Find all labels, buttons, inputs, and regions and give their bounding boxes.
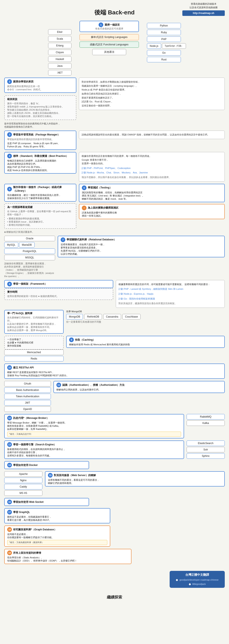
framework-other: 對於其他語言，建議尋找並找出適合你所選語言的框架。 xyxy=(118,302,222,306)
node-elixir: Elixir xyxy=(48,29,72,35)
caching-title: 快取（Caching） xyxy=(75,338,95,342)
docker-title: 學習如何使用 Docker xyxy=(13,464,38,467)
graphdb-section: 18 研究圖形資料庫*（Graph Database） 這同樣不是必要的， 但你… xyxy=(4,526,225,547)
node-haskell: Haskell xyxy=(48,56,72,62)
message-broker-box: 12 訊息代理*（Message Broker） 學習 Message Brok… xyxy=(4,414,184,438)
framework-options-box: 根據選專業和所選語言的不同，你可能需要或可能不需要框架。 這裡有幾種不同的選項：… xyxy=(116,280,225,308)
node-rabbitmq: RabbitMQ xyxy=(186,414,225,420)
auth-nodes: OAuth Basic Authentication Token Authent… xyxy=(4,381,51,412)
message-broker-details: 學習 Message Broker，瞭解「什麼」，並選擇一個使用。 雖然有很多選… xyxy=(7,421,181,431)
make-package-section: 5 製作和發佈一個套件（Package）或函式庫（Library） 現在繼續前進… xyxy=(4,184,76,234)
auth-details: 瞭解他們之間的差異，以及如何實作它們。 xyxy=(56,388,222,391)
search-list: ElasticSearch Solr Sphinx xyxy=(186,440,225,459)
pm-title: 學習套件管理系統（Package Manager） xyxy=(13,133,60,136)
node-php: PHP xyxy=(147,36,181,42)
framework-php: 計劃 PHP - Laravel 或 Symfony，細框架則類是 Slim 和… xyxy=(118,287,222,291)
node-dotnet: .NET xyxy=(48,70,72,76)
practical-test-title: 為上面的實際步驟撰寫測試 xyxy=(88,206,118,210)
other-box: 其他選項 xyxy=(92,49,126,55)
node-cassandra: Cassandra xyxy=(103,314,121,320)
standards-extra: 根據你所選擇的語言會有幾種不同的選擇，每一種都有不同的用途。 Google 查看… xyxy=(79,152,225,182)
search-engine-section: 13 學習一個搜尋引擎（Search Engine） 隨著應用程式的增長，在你資… xyxy=(4,440,184,459)
make-package-box: 5 製作和發佈一個套件（Package）或函式庫（Library） 現在繼續前進… xyxy=(4,184,76,202)
message-broker-nodes: RabbitMQ Kafka xyxy=(186,414,225,426)
contribute-box: 為一些開源專案做貢獻 在 GitHub 上選擇一些專案，並在專案中開一些 pul… xyxy=(4,203,76,229)
nosql-primary: 先學 MongoDB xyxy=(66,310,225,313)
make-package-details: 現在繼續前進，建立一個套件並發佈給其他人使用， 並確保僅供至少分方了解標準和最佳… xyxy=(7,194,73,200)
graphdb-details: 這同樣不是必要的， 但你應該要有一點概略它們提供了什麼功能。 xyxy=(7,533,107,539)
standards-final: 我沒不想聽你，所以我不會在此放任何推薦， 所以請多走走看看，找到適合你的選擇。 xyxy=(82,176,222,179)
scripting-box: 腳本式語言 Scripting Languages xyxy=(80,34,139,40)
badge-11: 11 xyxy=(56,383,61,387)
badge-10: 10 xyxy=(7,365,12,370)
learn-box: 2 購買你學習的東西 購買並使用你選擇的語言來一些 命令行（command li… xyxy=(4,78,76,93)
node-caddy: Caddy xyxy=(4,484,42,490)
db-extra-note: 請確保你有瀏覽測，選擇擁有最佳實踐， 此外對於資料庫，使用資料都需要指引（Ind… xyxy=(4,262,55,278)
framework-note-intro: 根據選專業和所選語言的不同，你可能需要或可能不需要框架。 這裡有幾種不同的選項： xyxy=(118,282,222,286)
package-helper-text: 套件管理系統幫助你在你的應用程式中載入外部組件， 也能協助你發佈自己的套件。 xyxy=(4,122,76,128)
all-things-details: 現在學習分析（Static Analysis）、 領域驅動設計（DDD）、簡單事… xyxy=(7,556,128,562)
node-openid: OpenID xyxy=(4,406,51,412)
all-things-box: 19 所有上面沒有提到的事情 現在學習分析（Static Analysis）、 … xyxy=(4,549,132,564)
top-right-info-text: 查看此路線圖的詳細版本 以及各式資源和其他路線圖 xyxy=(182,2,225,9)
badge-5: 5 xyxy=(7,187,12,192)
node-memcached: Memcached xyxy=(4,350,64,355)
framework-go: 計劃 Go - 我預向你使用框架來實踐 xyxy=(118,297,222,301)
badge-practical: ! xyxy=(82,206,86,210)
message-broker-note: *補充：又稱為訊息佇列 xyxy=(7,432,181,437)
practical-test-box: ! 為上面的實際步驟撰寫測試 試著為前面步驟中實作的實際任務 撰寫一些單元測試。 xyxy=(79,204,225,219)
standards-lang-note: 根據你所選擇的語言會有幾種不同的選擇，每一種都有不同的用途。 Google 查看… xyxy=(82,154,222,166)
node-typescript: TypeScript（可選） xyxy=(162,43,186,49)
roadmap-url[interactable]: http://roadmap.sh xyxy=(182,10,225,16)
webserver-title: 對頁面伺服器（Web Server）的瞭解 xyxy=(54,474,96,477)
functional-box: 函數式語言 Functional Languages xyxy=(80,42,139,48)
caching-once-box: 一旦你學會了， 在步驟 ● 中的應用程式裡 實作快取策略 xyxy=(4,336,64,350)
pm-details: 這是 PHP 的 composer、Node.js 的 npm 和 yarn、 … xyxy=(7,142,73,148)
example-line1: 拿取和儲存 reddit 上 /r/programming 版上文章的指令。 xyxy=(7,105,73,108)
caching-nodes: Memcached Redis xyxy=(4,350,64,362)
search-engine-box: 13 學習一個搜尋引擎（Search Engine） 隨著應用程式的增長，在你資… xyxy=(4,440,184,459)
security-note: 請務必閱讀有關說明安全的最佳實踐， 閱讀 OWASP 指南，並瞭解不同的安全問題… xyxy=(79,130,225,139)
taiwan-link2[interactable]: littlegoodjack xyxy=(192,583,206,585)
websocket-title: 學習如何使用 Web Socket xyxy=(13,500,44,504)
graphdb-title: 研究圖形資料庫*（Graph Database） xyxy=(13,528,56,532)
bottom-text: 繼續探索 xyxy=(4,594,225,600)
right-language-list: Python Ruby PHP Node.js TypeScript（可選） G… xyxy=(147,23,181,62)
taiwan-link1[interactable]: goodjack/developer-roadmap-chinese xyxy=(180,578,218,581)
example-title: 範例來說 xyxy=(7,98,73,101)
badge-3: 3 xyxy=(7,132,12,137)
badge-15: 15 xyxy=(48,473,52,478)
testing-section: 6 學習測試（Testing） 測試的類型有好幾種，但現在，先瞭解如何用你選擇的… xyxy=(79,184,225,219)
restful-details: 瞭解 REST 是甚麼並如何製作 RESTful API， 並確保 Roy Fi… xyxy=(7,371,222,377)
websocket-section: 16 學習如何使用 Web Socket xyxy=(4,498,225,506)
node-oracle: Oracle xyxy=(4,236,55,241)
make-package-title: 製作和發佈一個套件（Package）或函式庫（Library） xyxy=(13,186,73,193)
learn-explanation: 對於初學者而言，如果你才剛開始進入後端開發的領域， 我建議你先選擇一個腳本語言（… xyxy=(79,78,225,110)
contribute-line3: • 新增任何的額外功能。 xyxy=(7,224,73,226)
graphdb-note: *補充：又稱為圖資料庫（圖資料庫） xyxy=(7,540,107,545)
node-mysql: MySQL xyxy=(4,242,18,248)
badge-2: 2 xyxy=(7,79,12,84)
websocket-box: 16 學習如何使用 Web Socket xyxy=(4,498,89,506)
top-right-info-box: 查看此路線圖的詳細版本 以及各式資源和其他路線圖 http://roadmap.… xyxy=(182,2,225,16)
webserver-details: 這裡有幾種不同的選項，看看這是可不同的選項， 瞭解它們的適用和應用。 xyxy=(48,478,222,485)
caching-box: 9 快取（Caching） 瞭解如何使用 Redis 或 Memcached 實… xyxy=(66,336,225,348)
badge-17: 17 xyxy=(7,510,12,514)
graphql-title: 學習 GraphQL xyxy=(13,510,30,514)
node-rethinkdb: RethinkDB xyxy=(84,314,102,320)
learn-title: 購買你學習的東西 xyxy=(13,80,34,84)
left-language-list: Elixir Scala Erlang Clojure Haskell Java… xyxy=(48,29,72,76)
node-mariadb: MariaDB xyxy=(19,242,34,248)
practice-time-box: 實作時間 使用你選擇的框架寫一些你在 ● 做過的應用程式。 xyxy=(4,288,113,300)
all-things-section: 19 所有上面沒有提到的事情 現在學習分析（Static Analysis）、 … xyxy=(4,549,225,564)
node-ruby: Ruby xyxy=(147,30,181,35)
standards-box: 4 標準（Standard）和最佳實踐（Best Practice） 每種語言都… xyxy=(4,152,76,174)
broker-list: RabbitMQ Kafka xyxy=(186,414,225,426)
node-python: Python xyxy=(147,23,181,28)
docker-box: 14 學習如何使用 Docker xyxy=(4,461,89,469)
testing-details: 測試的類型有好幾種，但現在，先瞭解如何用你選擇的語言 撰寫 單元測試（Unit … xyxy=(82,191,222,200)
taiwan-section: 台灣正體中文翻譯 ◆ goodjack/developer-roadmap-ch… xyxy=(4,568,225,591)
node-elasticsearch: ElasticSearch xyxy=(186,440,225,446)
github-icon: ◆ xyxy=(176,578,178,582)
taiwan-title: 台灣正體中文翻譯 xyxy=(173,573,221,577)
